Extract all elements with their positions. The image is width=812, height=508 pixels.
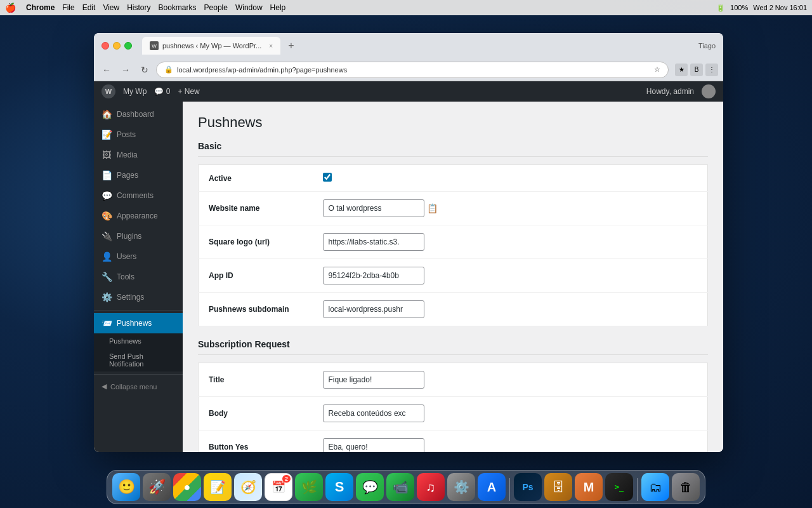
- menu-bookmarks[interactable]: Bookmarks: [159, 3, 197, 12]
- collapse-menu-button[interactable]: ◀ Collapse menu: [94, 377, 183, 396]
- sidebar-item-media[interactable]: 🖼 Media: [94, 145, 183, 165]
- ext-icon-1[interactable]: ★: [675, 64, 688, 76]
- dock-item-terminal[interactable]: >_: [605, 473, 633, 501]
- dock-item-facetime[interactable]: 📹: [386, 473, 414, 501]
- mango-icon: M: [584, 480, 594, 495]
- close-button[interactable]: [102, 42, 109, 50]
- apple-menu[interactable]: 🍎: [5, 3, 16, 13]
- basic-settings-table: Active Website name 📋: [198, 164, 708, 326]
- settings-menu-icon: ⚙️: [102, 292, 112, 302]
- greenpark-icon: 🌿: [301, 479, 317, 495]
- sidebar-item-pushnews[interactable]: 📨 Pushnews: [94, 313, 183, 333]
- menu-view[interactable]: View: [103, 3, 119, 12]
- photoshop-icon: Ps: [522, 482, 533, 492]
- wp-logo[interactable]: W: [102, 84, 115, 98]
- dock-item-sequel[interactable]: 🗄: [544, 473, 572, 501]
- sidebar-item-users[interactable]: 👤 Users: [94, 246, 183, 267]
- tools-icon: 🔧: [102, 272, 112, 282]
- maximize-button[interactable]: [124, 42, 132, 50]
- finder-icon: 🙂: [118, 479, 135, 495]
- files-icon: 🗂: [649, 480, 662, 495]
- howdy-label: Howdy, admin: [646, 87, 694, 96]
- datetime: Wed 2 Nov 16:01: [753, 4, 807, 11]
- new-tab-button[interactable]: +: [288, 40, 294, 51]
- section-subscription-heading: Subscription Request: [198, 339, 708, 355]
- value-body: [313, 397, 708, 431]
- sidebar-item-dashboard[interactable]: 🏠 Dashboard: [94, 104, 183, 124]
- sidebar-item-settings[interactable]: ⚙️ Settings: [94, 287, 183, 307]
- input-app-id[interactable]: [323, 267, 424, 284]
- dock-item-photoshop[interactable]: Ps: [514, 473, 542, 501]
- input-body[interactable]: [323, 404, 424, 422]
- dock-item-finder[interactable]: 🙂: [112, 473, 140, 501]
- dock-item-launchpad[interactable]: 🚀: [143, 473, 171, 501]
- sidebar-label-settings: Settings: [117, 293, 144, 302]
- dock-item-itunes[interactable]: ♫: [417, 473, 445, 501]
- sysprefs-icon: ⚙️: [454, 479, 469, 495]
- dock-item-trash[interactable]: 🗑: [672, 473, 700, 501]
- label-subdomain: Pushnews subdomain: [199, 293, 313, 326]
- menu-edit[interactable]: Edit: [82, 3, 96, 12]
- browser-tab[interactable]: W pushnews ‹ My Wp — WordPr... ×: [142, 37, 280, 55]
- dock-item-messages[interactable]: 💬: [356, 473, 384, 501]
- submenu-label-send-push: Send Push Notification: [109, 352, 175, 368]
- bookmark-icon[interactable]: ☆: [654, 65, 660, 74]
- menu-window[interactable]: Window: [235, 3, 263, 12]
- input-button-yes[interactable]: [323, 438, 424, 452]
- dock-item-calendar[interactable]: 📅 2: [265, 473, 292, 501]
- input-subdomain[interactable]: [323, 300, 424, 318]
- settings-icon[interactable]: ⋮: [705, 64, 718, 76]
- input-title[interactable]: [323, 371, 424, 389]
- browser-window: W pushnews ‹ My Wp — WordPr... × + Tiago…: [94, 33, 723, 452]
- new-content-link[interactable]: + New: [178, 87, 199, 96]
- input-website-name[interactable]: [323, 199, 424, 217]
- tab-close-button[interactable]: ×: [269, 43, 273, 50]
- url-bar[interactable]: 🔒 local.wordpress/wp-admin/admin.php?pag…: [156, 62, 669, 78]
- forward-button[interactable]: →: [118, 62, 133, 77]
- submenu-item-pushnews[interactable]: Pushnews: [94, 333, 183, 349]
- menu-help[interactable]: Help: [270, 3, 286, 12]
- sidebar-item-appearance[interactable]: 🎨 Appearance: [94, 206, 183, 226]
- sidebar-item-comments[interactable]: 💬 Comments: [94, 185, 183, 206]
- dock-item-notes[interactable]: 📝: [204, 473, 232, 501]
- value-button-yes: [313, 431, 708, 453]
- refresh-button[interactable]: ↻: [137, 62, 152, 77]
- minimize-button[interactable]: [113, 42, 121, 50]
- table-row-website-name: Website name 📋: [199, 192, 708, 225]
- ext-icon-2[interactable]: B: [690, 64, 703, 76]
- dashboard-icon: 🏠: [102, 109, 112, 119]
- dock-item-skype[interactable]: S: [325, 473, 353, 501]
- dock-item-chrome[interactable]: ●: [173, 473, 201, 501]
- dock-item-greenpark[interactable]: 🌿: [295, 473, 323, 501]
- menu-chrome-label[interactable]: Chrome: [26, 3, 55, 12]
- menu-history[interactable]: History: [127, 3, 150, 12]
- sidebar-item-plugins[interactable]: 🔌 Plugins: [94, 226, 183, 246]
- value-square-logo: [313, 225, 708, 259]
- wp-body: 🏠 Dashboard 📝 Posts 🖼 Media 📄 Pages 💬: [94, 102, 723, 452]
- site-name[interactable]: My Wp: [123, 87, 147, 96]
- dock-item-files[interactable]: 🗂: [641, 473, 669, 501]
- sidebar-item-posts[interactable]: 📝 Posts: [94, 124, 183, 145]
- input-square-logo[interactable]: [323, 233, 424, 251]
- value-website-name: 📋: [313, 192, 708, 225]
- dock-item-safari[interactable]: 🧭: [234, 473, 262, 501]
- submenu-item-send-push[interactable]: Send Push Notification: [94, 349, 183, 371]
- sidebar-divider-2: [94, 374, 183, 375]
- menu-people[interactable]: People: [204, 3, 228, 12]
- sidebar-label-plugins: Plugins: [117, 232, 141, 241]
- checkbox-active[interactable]: [323, 173, 332, 182]
- comments-icon[interactable]: 💬 0: [154, 87, 170, 96]
- back-button[interactable]: ←: [99, 62, 114, 77]
- sidebar-item-tools[interactable]: 🔧 Tools: [94, 267, 183, 287]
- trash-icon: 🗑: [679, 480, 692, 495]
- menu-file[interactable]: File: [62, 3, 74, 12]
- table-row-subdomain: Pushnews subdomain: [199, 293, 708, 326]
- appstore-icon: A: [487, 480, 496, 495]
- label-title: Title: [199, 363, 313, 397]
- dock-item-appstore[interactable]: A: [478, 473, 506, 501]
- dock-divider-2: [637, 478, 638, 501]
- tab-title: pushnews ‹ My Wp — WordPr...: [162, 42, 261, 50]
- dock-item-mango[interactable]: M: [575, 473, 603, 501]
- dock-item-settings[interactable]: ⚙️: [447, 473, 475, 501]
- sidebar-item-pages[interactable]: 📄 Pages: [94, 165, 183, 185]
